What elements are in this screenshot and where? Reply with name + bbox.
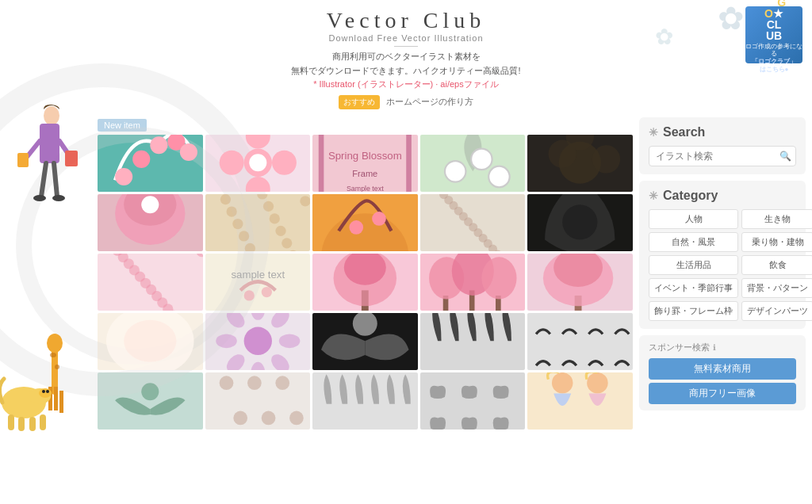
svg-point-140: [261, 411, 275, 426]
svg-point-53: [226, 207, 236, 217]
svg-point-56: [244, 243, 255, 250]
grid-cell[interactable]: [312, 194, 418, 251]
svg-point-129: [251, 362, 265, 369]
svg-point-35: [272, 151, 297, 175]
search-input-wrap: 🔍: [649, 146, 796, 166]
grid-cell[interactable]: Spring BlossomFrameSample text: [312, 135, 418, 192]
grid-cell[interactable]: [312, 372, 418, 430]
category-btn[interactable]: 背景・パターン: [741, 278, 812, 298]
search-submit-button[interactable]: 🔍: [779, 151, 791, 162]
grid-cell-inner: [98, 254, 203, 311]
svg-point-90: [563, 205, 598, 240]
svg-point-139: [247, 376, 262, 391]
category-btn[interactable]: デザインパーツ: [741, 301, 812, 321]
category-btn[interactable]: イベント・季節行事: [649, 278, 738, 298]
grid-cell[interactable]: [205, 372, 311, 430]
svg-point-144: [588, 372, 609, 394]
grid-cell[interactable]: [98, 313, 203, 370]
svg-rect-13: [54, 387, 58, 410]
grid-cell-inner: [420, 313, 526, 370]
svg-point-30: [180, 143, 197, 161]
grid-cell[interactable]: [98, 372, 203, 430]
figure-animals: [0, 331, 91, 445]
grid-cell-inner: [98, 313, 203, 370]
search-section: ✳ Search 🔍: [639, 117, 806, 174]
category-btn[interactable]: 乗り物・建物: [741, 232, 812, 252]
nav-badge: おすすめ: [339, 95, 380, 109]
svg-point-8: [33, 195, 46, 201]
grid-cell-inner: [312, 313, 418, 370]
svg-point-63: [287, 250, 297, 251]
logo-badge[interactable]: LOG O★ CL UB ロゴ作成の参考になる 「ロゴクラブ」 はこちら●: [745, 6, 802, 63]
svg-point-15: [50, 353, 56, 357]
svg-point-33: [245, 177, 270, 191]
svg-point-141: [275, 376, 289, 391]
svg-rect-1: [40, 124, 59, 163]
grid-cell[interactable]: [527, 135, 633, 192]
grid-cell[interactable]: [205, 313, 311, 370]
site-title: Vector Club: [0, 8, 812, 33]
grid-cell[interactable]: [98, 194, 203, 251]
svg-point-28: [150, 137, 167, 155]
grid-cell[interactable]: [205, 135, 311, 192]
svg-point-9: [52, 195, 65, 201]
grid-cell-inner: [420, 372, 526, 430]
svg-point-52: [220, 194, 230, 204]
grid-cell-inner: [527, 372, 633, 430]
grid-cell[interactable]: [527, 194, 633, 251]
svg-point-11: [47, 334, 63, 353]
category-btn[interactable]: 生き物: [741, 209, 812, 229]
category-btn[interactable]: 自然・風景: [649, 232, 738, 252]
grid-cell[interactable]: [98, 135, 203, 192]
svg-point-19: [39, 388, 52, 398]
sponsor-btn-2[interactable]: 商用フリー画像: [649, 383, 796, 404]
sponsor-btn-1[interactable]: 無料素材商用: [649, 358, 796, 380]
svg-text:sample text: sample text: [231, 269, 285, 281]
svg-point-138: [233, 411, 247, 426]
grid-cell[interactable]: [205, 194, 311, 251]
nav-bar: おすすめ ホームページの作り方: [0, 95, 812, 109]
svg-point-46: [592, 146, 620, 174]
nav-link-homepage[interactable]: ホームページの作り方: [386, 96, 473, 108]
grid-cell[interactable]: [527, 313, 633, 370]
grid-cell[interactable]: [420, 135, 526, 192]
svg-point-27: [132, 151, 150, 168]
grid-cell[interactable]: [420, 372, 526, 430]
svg-point-137: [219, 376, 233, 391]
svg-point-135: [353, 313, 377, 336]
svg-point-134: [267, 313, 292, 331]
grid-cell[interactable]: [312, 313, 418, 370]
svg-point-61: [275, 226, 285, 236]
category-btn[interactable]: 飾り罫・フレーム枠: [649, 301, 738, 321]
svg-line-7: [54, 163, 57, 197]
grid-cell[interactable]: [420, 254, 526, 311]
svg-point-32: [245, 135, 270, 149]
svg-point-21: [46, 390, 49, 393]
svg-text:Spring Blossom: Spring Blossom: [328, 150, 402, 162]
grid-cell[interactable]: [312, 254, 418, 311]
category-btn[interactable]: 飲食: [741, 255, 812, 275]
grid-cell-inner: [205, 372, 311, 430]
grid-cell[interactable]: [98, 254, 203, 311]
grid-cell[interactable]: [420, 313, 526, 370]
svg-point-131: [216, 334, 237, 349]
grid-cell-inner: Spring BlossomFrameSample text: [312, 135, 418, 192]
svg-point-127: [278, 334, 300, 349]
svg-point-126: [243, 327, 271, 355]
right-sidebar: ✳ Search 🔍 ✳ Category 人物生き物自然・風景乗り物・建物生活…: [639, 117, 806, 430]
search-input[interactable]: [649, 146, 796, 166]
grid-cell-inner: sample text: [205, 254, 311, 311]
grid-cell[interactable]: [527, 254, 633, 311]
category-btn[interactable]: 人物: [649, 209, 738, 229]
grid-cell[interactable]: sample text: [205, 254, 311, 311]
svg-point-16: [55, 365, 59, 369]
grid-cell[interactable]: [527, 372, 633, 430]
sponsor-title: スポンサー検索 ℹ: [649, 342, 796, 353]
main-container: LOG O★ CL UB ロゴ作成の参考になる 「ロゴクラブ」 はこちら● ✿ …: [0, 0, 812, 504]
svg-point-62: [282, 239, 292, 249]
category-btn[interactable]: 生活用品: [649, 255, 738, 275]
svg-text:Sample text: Sample text: [347, 185, 384, 192]
grid-cell[interactable]: [420, 194, 526, 251]
search-title: ✳ Search: [649, 125, 796, 139]
grid-cell-inner: [98, 194, 203, 251]
